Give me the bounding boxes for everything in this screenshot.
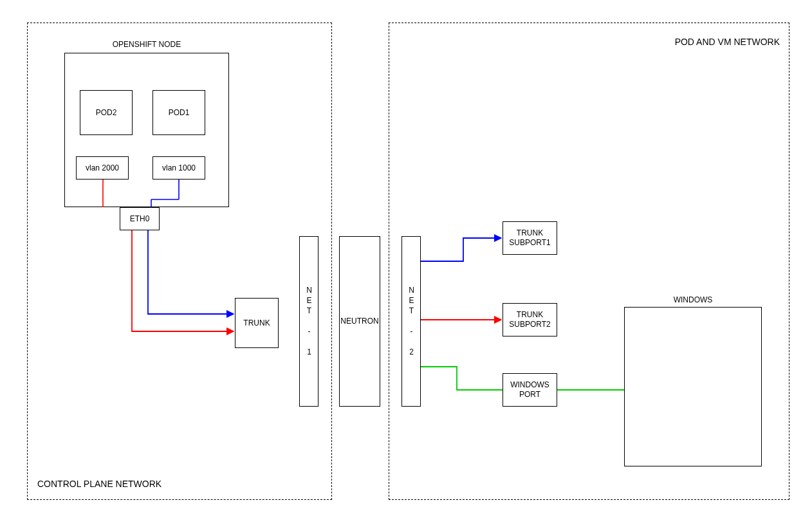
vlan1000-label: vlan 1000 [162, 163, 196, 173]
trunk-subport2-box: TRUNK SUBPORT2 [503, 303, 557, 336]
eth0-label: ETH0 [130, 214, 150, 224]
pod1-box: POD1 [152, 90, 205, 135]
trunk-label: TRUNK [243, 318, 270, 328]
pod2-box: POD2 [80, 90, 133, 135]
diagram-canvas: CONTROL PLANE NETWORK POD AND VM NETWORK… [0, 0, 812, 516]
vlan1000-box: vlan 1000 [152, 156, 205, 180]
net1-box: NET - 1 [299, 236, 318, 407]
pod2-label: POD2 [96, 108, 117, 118]
region-pod-vm-label: POD AND VM NETWORK [675, 37, 780, 47]
windows-title: WINDOWS [624, 295, 762, 304]
trunk-subport1-label: TRUNK SUBPORT1 [504, 228, 555, 248]
region-control-plane-label: CONTROL PLANE NETWORK [37, 479, 161, 489]
windows-port-label: WINDOWS PORT [504, 380, 555, 400]
trunk-box: TRUNK [235, 298, 279, 348]
net1-label: NET - 1 [304, 286, 314, 358]
windows-box [624, 307, 762, 466]
vlan2000-label: vlan 2000 [86, 163, 119, 173]
vlan2000-box: vlan 2000 [76, 156, 129, 180]
neutron-box: NEUTRON [339, 236, 380, 407]
openshift-node-title: OPENSHIFT NODE [64, 40, 229, 49]
net2-label: NET - 2 [407, 286, 416, 358]
eth0-box: ETH0 [120, 207, 160, 230]
trunk-subport1-box: TRUNK SUBPORT1 [503, 221, 557, 255]
net2-box: NET - 2 [401, 236, 421, 407]
trunk-subport2-label: TRUNK SUBPORT2 [504, 310, 555, 329]
windows-port-box: WINDOWS PORT [503, 373, 557, 407]
neutron-label: NEUTRON [340, 317, 378, 326]
pod1-label: POD1 [169, 108, 190, 118]
